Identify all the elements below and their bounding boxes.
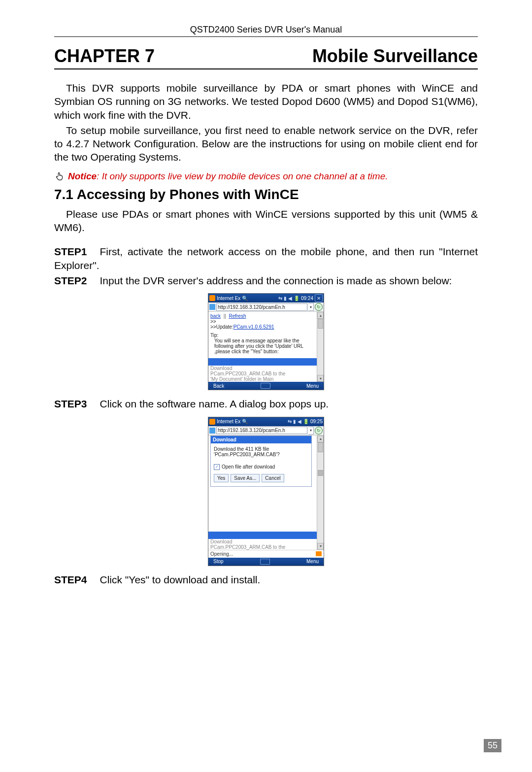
- wince-screenshot-1: Internet Ex 🔍 ⇆ ▮ ◀ 🔋 09:24 ✕ http://192…: [208, 293, 324, 390]
- page-icon: [209, 304, 215, 310]
- softkey-stop[interactable]: Stop: [213, 559, 224, 564]
- download-label: Download: [210, 366, 315, 371]
- scroll-up-icon[interactable]: ▴: [317, 312, 324, 319]
- step2-label: STEP2: [54, 275, 87, 286]
- download-line1: PCam.PPC2003_ARM.CAB to the: [210, 544, 315, 550]
- sync-icon: ⇆: [278, 296, 282, 301]
- step1-label: STEP1: [54, 246, 87, 257]
- open-after-download-checkbox[interactable]: ✓ Open file after download: [214, 464, 308, 470]
- step4-label: STEP4: [54, 574, 87, 585]
- figure-2: Internet Ex 🔍 ⇆ ▮ ◀ 🔋 09:25 http://192.1…: [54, 417, 478, 566]
- scroll-thumb[interactable]: [318, 319, 323, 329]
- notice-row: Notice: It only supports live view by mo…: [54, 171, 478, 182]
- download-line2: 'My Document' folder in Main: [210, 376, 315, 382]
- volume-icon: ◀: [288, 296, 292, 301]
- page-number: 55: [484, 739, 501, 752]
- cancel-button[interactable]: Cancel: [262, 474, 284, 482]
- battery-icon: 🔋: [294, 296, 299, 301]
- status-text: Opening...: [210, 551, 233, 557]
- status-icons: ⇆ ▮ ◀ 🔋 09:24: [278, 296, 313, 301]
- wm-titlebar: Internet Ex 🔍 ⇆ ▮ ◀ 🔋 09:24 ✕: [208, 294, 324, 302]
- wm-softkey-bar: Stop Menu: [208, 558, 324, 566]
- arrows-text: >>: [210, 319, 315, 324]
- chapter-heading: CHAPTER 7 Mobile Surveillance: [54, 46, 478, 69]
- notice-text: Notice: It only supports live view by mo…: [68, 171, 388, 182]
- sync-icon: ⇆: [288, 419, 292, 424]
- save-as-button[interactable]: Save As...: [231, 474, 260, 482]
- separator: ||: [222, 313, 229, 319]
- magnifier-icon: 🔍: [242, 296, 248, 301]
- running-header: QSTD2400 Series DVR User's Manual: [54, 25, 478, 37]
- download-dialog: Download Download the 411 KB file 'PCam.…: [210, 436, 312, 487]
- tip-label: Tip:: [210, 333, 315, 338]
- clock-text: 09:25: [310, 419, 323, 424]
- notice-body: : It only supports live view by mobile d…: [97, 171, 388, 181]
- scrollbar[interactable]: ▴ ▾: [317, 436, 324, 550]
- section-intro: Please use PDAs or smart phones with Win…: [54, 207, 478, 235]
- download-label: Download: [210, 539, 315, 544]
- dialog-line1: Download the 411 KB file: [214, 446, 308, 452]
- section-heading: 7.1 Accessing by Phones with WinCE: [54, 187, 478, 202]
- wm-title-text: Internet Ex 🔍: [217, 419, 286, 424]
- checkbox-label: Open file after download: [222, 464, 275, 470]
- dropdown-icon[interactable]: ▾: [308, 427, 314, 435]
- browser-viewport: b>Tli'l" Download Download the 411 KB fi…: [208, 436, 324, 550]
- step1: STEP1First, activate the network access …: [54, 245, 478, 272]
- page-icon: [209, 428, 215, 434]
- scroll-thumb[interactable]: [318, 442, 323, 452]
- update-prefix: >>Update:: [210, 324, 233, 330]
- step3-text: Click on the software name. A dialog box…: [100, 398, 329, 409]
- selected-bar: [208, 532, 317, 539]
- close-icon[interactable]: ✕: [315, 294, 323, 302]
- dialog-body: Download the 411 KB file 'PCam.PPC2003_A…: [211, 443, 311, 486]
- url-field[interactable]: http://192.168.3.120/pcamEn.h: [216, 427, 307, 434]
- dialog-line2: 'PCam.PPC2003_ARM.CAB'?: [214, 452, 308, 457]
- notice-label: Notice: [68, 171, 97, 181]
- scroll-marker: [318, 470, 323, 476]
- chapter-number: CHAPTER 7: [54, 46, 155, 67]
- ie-logo-icon: [209, 419, 215, 425]
- scrollbar[interactable]: ▴ ▾: [317, 312, 324, 382]
- wm-titlebar: Internet Ex 🔍 ⇆ ▮ ◀ 🔋 09:25: [208, 417, 324, 426]
- step2: STEP2Input the DVR server's address and …: [54, 274, 478, 287]
- keyboard-icon[interactable]: [260, 559, 270, 565]
- scroll-down-icon[interactable]: ▾: [317, 543, 324, 550]
- softkey-menu[interactable]: Menu: [306, 383, 319, 389]
- battery-icon: 🔋: [303, 419, 309, 424]
- softkey-back[interactable]: Back: [213, 383, 224, 389]
- wm-app-title: Internet Ex: [217, 296, 240, 301]
- download-line1: PCam.PPC2003_ARM.CAB to the: [210, 371, 315, 376]
- refresh-link[interactable]: Refresh: [229, 313, 246, 319]
- yes-button[interactable]: Yes: [214, 474, 229, 482]
- volume-icon: ◀: [298, 419, 301, 424]
- checkbox-icon: ✓: [214, 464, 220, 470]
- step3: STEP3Click on the software name. A dialo…: [54, 397, 478, 410]
- softkey-menu[interactable]: Menu: [306, 559, 319, 564]
- pointer-hand-icon: [54, 171, 65, 182]
- keyboard-icon[interactable]: [261, 383, 270, 389]
- magnifier-icon: 🔍: [242, 419, 248, 424]
- signal-icon: ▮: [284, 296, 287, 301]
- clock-text: 09:24: [301, 296, 313, 301]
- status-bar: Opening...: [208, 550, 324, 558]
- scroll-up-icon[interactable]: ▴: [317, 436, 324, 442]
- selected-bar: [208, 358, 317, 366]
- go-icon[interactable]: ↻: [315, 303, 323, 311]
- back-link[interactable]: back: [210, 313, 221, 319]
- ie-logo-icon: [209, 295, 215, 301]
- step4: STEP4Click "Yes" to download and install…: [54, 573, 478, 586]
- go-icon[interactable]: ↻: [315, 427, 323, 435]
- scroll-down-icon[interactable]: ▾: [317, 375, 324, 382]
- status-icons: ⇆ ▮ ◀ 🔋 09:25: [288, 419, 323, 424]
- dropdown-icon[interactable]: ▾: [308, 303, 314, 311]
- step4-text: Click "Yes" to download and install.: [100, 574, 261, 585]
- update-link[interactable]: PCam.v1.0.6.5291: [233, 324, 274, 330]
- signal-icon: ▮: [293, 419, 296, 424]
- url-field[interactable]: http://192.168.3.120/pcamEn.h: [216, 303, 307, 311]
- address-bar: http://192.168.3.120/pcamEn.h ▾ ↻: [208, 426, 324, 436]
- dialog-title: Download: [211, 436, 311, 443]
- step1-text: First, activate the network access on th…: [54, 246, 478, 270]
- step2-text: Input the DVR server's address and the c…: [100, 275, 452, 286]
- intro-paragraph-1: This DVR supports mobile surveillance by…: [54, 81, 478, 122]
- intro-paragraph-2: To setup mobile surveillance, you first …: [54, 124, 478, 164]
